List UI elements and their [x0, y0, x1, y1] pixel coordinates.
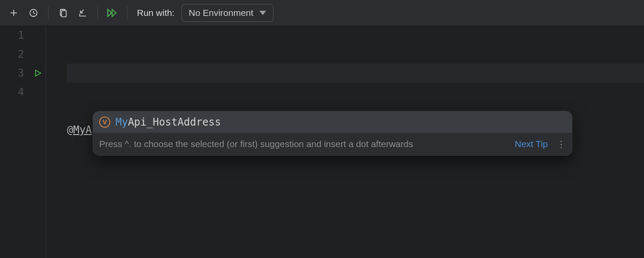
- autocomplete-item[interactable]: V MyApi_HostAddress: [93, 111, 572, 133]
- examples-button[interactable]: [55, 5, 71, 21]
- svg-line-5: [81, 9, 84, 12]
- autocomplete-popup: V MyApi_HostAddress Press ^. to choose t…: [93, 111, 572, 156]
- run-line-button[interactable]: [34, 64, 42, 83]
- autocomplete-match: My: [115, 116, 128, 128]
- import-icon: [78, 8, 88, 18]
- toolbar-divider: [48, 6, 49, 19]
- autocomplete-more-button[interactable]: ⋮: [556, 135, 566, 154]
- add-button[interactable]: [6, 5, 21, 21]
- autocomplete-tip: Press ^. to choose the selected (or firs…: [99, 135, 506, 154]
- gutter-separator: [46, 26, 67, 258]
- environment-selected-label: No Environment: [189, 8, 254, 18]
- document-stack-icon: [58, 8, 68, 18]
- toolbar: Run with: No Environment: [0, 0, 644, 26]
- autocomplete-item-label: MyApi_HostAddress: [115, 113, 221, 132]
- line-number-gutter: 1 2 3 4: [0, 26, 30, 258]
- clock-icon: [29, 8, 38, 18]
- import-button[interactable]: [75, 5, 91, 21]
- svg-marker-6: [108, 9, 112, 16]
- next-tip-link[interactable]: Next Tip: [515, 135, 548, 154]
- token-variable-prefix: @: [67, 120, 73, 139]
- variable-icon: V: [99, 117, 110, 128]
- line-number: 1: [0, 26, 24, 45]
- svg-rect-4: [61, 10, 66, 17]
- svg-marker-8: [259, 11, 266, 15]
- recent-button[interactable]: [26, 5, 41, 21]
- svg-marker-7: [112, 9, 116, 16]
- line-number: 4: [0, 83, 24, 101]
- code-line[interactable]: [67, 215, 644, 234]
- autocomplete-rest: Api_HostAddress: [128, 116, 221, 128]
- autocomplete-footer: Press ^. to choose the selected (or firs…: [93, 133, 572, 155]
- line-number: 2: [0, 45, 24, 64]
- gutter-icons: [30, 26, 46, 258]
- line-number: 3: [0, 64, 24, 83]
- toolbar-divider: [127, 6, 128, 19]
- play-icon: [34, 69, 42, 77]
- run-all-icon: [107, 8, 118, 18]
- run-with-label: Run with:: [137, 8, 175, 18]
- svg-marker-9: [36, 70, 41, 76]
- code-editor[interactable]: 1 2 3 4 @MyApi_HostAddress = http://loca…: [0, 26, 644, 258]
- variable-icon-letter: V: [103, 113, 107, 132]
- environment-select[interactable]: No Environment: [182, 4, 274, 22]
- run-all-button[interactable]: [105, 5, 120, 21]
- plus-icon: [9, 8, 18, 18]
- toolbar-divider: [97, 6, 98, 19]
- chevron-down-icon: [259, 10, 266, 15]
- current-line-highlight: [67, 64, 644, 83]
